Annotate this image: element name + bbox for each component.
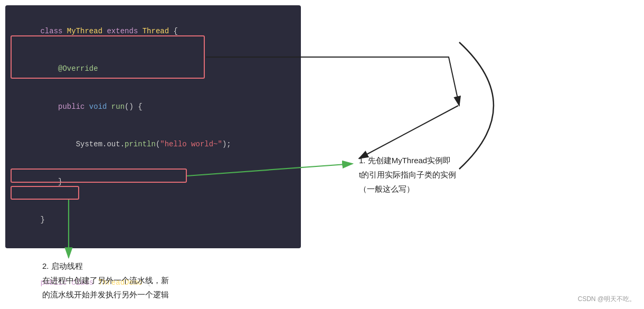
code-line-1: class MyThread extends Thread {	[14, 13, 292, 50]
code-line-10: public static void main(String[] args) {	[14, 302, 292, 309]
code-line-4: System.out.println("hello world~");	[14, 126, 292, 163]
watermark: CSDN @明天不吃。	[577, 295, 636, 304]
code-line-2: @Override	[14, 50, 292, 88]
note2-line2: 在进程中创建了另外一个流水线，新	[42, 273, 169, 287]
annotation-note2: 2. 启动线程 在进程中创建了另外一个流水线，新 的流水线开始并发执行另外一个逻…	[42, 259, 169, 302]
code-line-3: public void run() {	[14, 88, 292, 126]
note2-line1: 2. 启动线程	[42, 259, 169, 273]
annotation-note1: 1. 先创建MyThread实例即 t的引用实际指向子类的实例 （一般这么写）	[359, 153, 456, 196]
note1-line2: t的引用实际指向子类的实例	[359, 167, 456, 182]
svg-line-0	[359, 106, 458, 158]
code-line-7	[14, 239, 292, 251]
code-panel: class MyThread extends Thread { @Overrid…	[5, 5, 301, 248]
code-line-5: }	[14, 164, 292, 201]
note1-line1: 1. 先创建MyThread实例即	[359, 153, 456, 167]
note2-line3: 的流水线开始并发执行另外一个逻辑	[42, 287, 169, 302]
code-line-6: }	[14, 201, 292, 239]
note1-line3: （一般这么写）	[359, 182, 456, 196]
main-container: class MyThread extends Thread { @Overrid…	[0, 0, 644, 309]
